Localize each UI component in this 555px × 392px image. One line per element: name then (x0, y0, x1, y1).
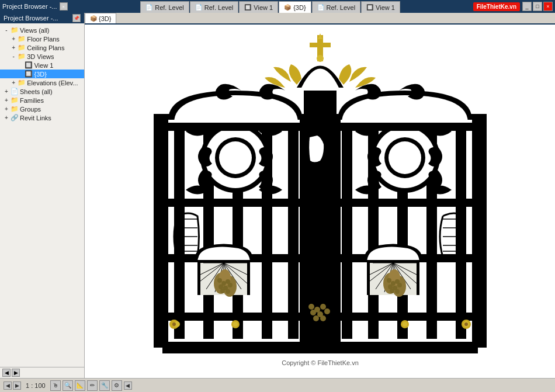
tree-label-0: Views (all) (20, 27, 50, 34)
tree-expand-2[interactable]: + (11, 44, 16, 51)
tree-item-2[interactable]: +📁Ceiling Plans (0, 43, 84, 52)
tool-btn-1[interactable]: 🖱 (50, 380, 61, 391)
svg-point-43 (218, 285, 223, 289)
title-tab-2[interactable]: 🔲View 1 (239, 1, 278, 13)
tree-item-6[interactable]: +📁Elevations (Elev... (0, 78, 84, 87)
tree-item-3[interactable]: -📁3D Views (0, 52, 84, 61)
tree-expand-0[interactable]: - (4, 27, 9, 33)
svg-rect-76 (154, 114, 165, 348)
sidebar-pin-btn[interactable]: 📌 (72, 14, 81, 22)
tab-icon-2: 🔲 (244, 4, 251, 11)
tree-icon-10: 🔗 (11, 114, 19, 122)
tree-icon-1: 📁 (18, 35, 26, 43)
tab-icon-4: 📄 (317, 4, 324, 11)
tree-expand-10[interactable]: + (4, 115, 9, 121)
tab-label-1: Ref. Level (204, 4, 234, 11)
tree-icon-3: 📁 (18, 53, 26, 60)
project-browser-sidebar: Project Browser -... 📌 -📁Views (all) +📁F… (0, 13, 85, 378)
maximize-btn[interactable]: □ (533, 2, 542, 11)
svg-point-56 (397, 283, 402, 287)
svg-point-72 (403, 322, 407, 327)
svg-rect-30 (338, 199, 472, 207)
tree-label-8: Families (20, 97, 44, 104)
main-area: Project Browser -... 📌 -📁Views (all) +📁F… (0, 13, 555, 378)
svg-rect-60 (310, 43, 331, 47)
tree-expand-1[interactable]: + (11, 36, 16, 42)
tab-icon-1: 📄 (195, 4, 202, 11)
gate-svg: Copyright © FileThietKe.vn (139, 32, 501, 371)
svg-point-70 (233, 322, 238, 327)
sidebar-nav: ◀ ▶ (0, 367, 84, 378)
svg-point-51 (387, 278, 391, 283)
svg-point-57 (390, 289, 394, 293)
page-nav: ◀ ▶ (4, 381, 21, 390)
content-tab-label-0: {3D} (99, 15, 111, 22)
title-tab-0[interactable]: 📄Ref. Level (140, 1, 189, 13)
sidebar-next-btn[interactable]: ▶ (12, 369, 20, 377)
svg-rect-74 (335, 342, 478, 353)
svg-rect-75 (303, 342, 338, 353)
tab-label-5: View 1 (376, 4, 395, 11)
tree-expand-6[interactable]: + (11, 79, 16, 86)
tree-item-1[interactable]: +📁Floor Plans (0, 34, 84, 43)
title-tab-5[interactable]: 🔲View 1 (361, 1, 400, 13)
scale-indicator: 1 : 100 (26, 382, 46, 389)
tree-item-9[interactable]: +📁Groups (0, 105, 84, 113)
sidebar-prev-btn[interactable]: ◀ (2, 369, 11, 377)
svg-point-78 (308, 304, 314, 310)
svg-point-84 (313, 315, 319, 321)
tree-item-10[interactable]: +🔗Revit Links (0, 113, 84, 122)
tree-label-4: View 1 (34, 62, 53, 69)
status-nav-left[interactable]: ◀ (124, 381, 132, 390)
tab-bar: 📄Ref. Level📄Ref. Level🔲View 1📦{3D}📄Ref. … (140, 0, 400, 13)
tree-expand-7[interactable]: + (4, 88, 9, 95)
tree-label-7: Sheets (all) (20, 88, 53, 95)
tree-item-8[interactable]: +📁Families (0, 96, 84, 105)
svg-rect-11 (288, 123, 299, 339)
svg-point-65 (172, 322, 176, 326)
svg-rect-7 (174, 123, 185, 339)
tool-btn-6[interactable]: ⚙ (112, 380, 122, 391)
tree-item-0[interactable]: -📁Views (all) (0, 26, 84, 34)
title-tab-1[interactable]: 📄Ref. Level (190, 1, 239, 13)
canvas-area[interactable]: Copyright © FileThietKe.vn (85, 25, 555, 378)
tool-btn-3[interactable]: 📐 (75, 380, 85, 391)
title-tab-4[interactable]: 📄Ref. Level (312, 1, 361, 13)
content-tab-0[interactable]: 📦{3D} (85, 13, 116, 23)
minimize-btn[interactable]: _ (522, 2, 532, 11)
tree-expand-3[interactable]: - (11, 53, 16, 60)
content-area: 📦{3D} (85, 13, 555, 378)
svg-text:Copyright © FileThietKe.vn: Copyright © FileThietKe.vn (282, 359, 359, 366)
svg-rect-26 (168, 199, 303, 207)
tab-label-4: Ref. Level (327, 4, 356, 11)
tree-icon-9: 📁 (11, 105, 19, 113)
tree-label-2: Ceiling Plans (27, 44, 64, 51)
tree-item-5[interactable]: 🔲{3D} (0, 70, 84, 78)
tree-item-7[interactable]: +📄Sheets (all) (0, 87, 84, 96)
svg-point-85 (320, 315, 326, 321)
next-page-btn[interactable]: ▶ (13, 381, 21, 390)
close-btn[interactable]: × (543, 2, 553, 11)
tool-btn-5[interactable]: 🔧 (99, 380, 110, 391)
prev-page-btn[interactable]: ◀ (4, 381, 12, 390)
tree-label-5: {3D} (34, 71, 46, 78)
gate-view: Copyright © FileThietKe.vn (139, 32, 501, 371)
watermark-logo: FileThietKe.vn (473, 2, 520, 11)
svg-rect-73 (162, 342, 306, 353)
tool-btn-2[interactable]: 🔍 (63, 380, 73, 391)
tree-expand-9[interactable]: + (4, 106, 9, 112)
tree-expand-8[interactable]: + (4, 97, 9, 103)
title-bar: Project Browser -... × 📄Ref. Level📄Ref. … (0, 0, 555, 13)
title-tab-3[interactable]: 📦{3D} (279, 1, 311, 13)
tab-icon-0: 📄 (145, 4, 152, 11)
sidebar-controls: × (60, 2, 68, 11)
tree-icon-5: 🔲 (25, 70, 33, 78)
svg-point-80 (320, 304, 326, 310)
tree-icon-6: 📁 (18, 79, 26, 86)
svg-point-45 (228, 283, 233, 287)
close-panel-btn[interactable]: × (60, 2, 68, 11)
tool-btn-4[interactable]: ✏ (87, 380, 98, 391)
tree-item-4[interactable]: 🔲View 1 (0, 61, 84, 70)
svg-point-40 (217, 278, 222, 283)
svg-point-46 (220, 289, 225, 293)
